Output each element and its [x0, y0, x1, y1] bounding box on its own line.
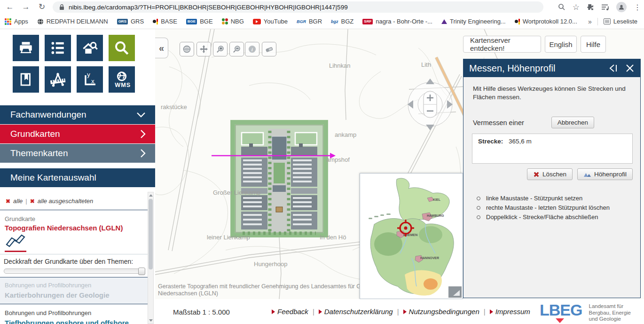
bookmark-label: BASE [161, 18, 177, 25]
place-label: ampshof [326, 156, 350, 163]
opacity-slider[interactable] [4, 269, 145, 274]
close-panel-icon[interactable] [625, 63, 635, 73]
base-layer-legend[interactable] [5, 233, 152, 252]
print-button[interactable] [13, 35, 39, 61]
distance-label: Strecke: [478, 138, 503, 145]
clear-all-icon[interactable]: ✖ [6, 198, 10, 205]
hint-text: linke Maustaste - Stützpunkt setzen [486, 195, 582, 202]
scroll-down-icon[interactable] [149, 319, 153, 322]
bookmark-star-icon[interactable]: ☆ [573, 2, 580, 12]
imprint-link[interactable]: Impressum [490, 308, 530, 316]
bookmark-label: Apps [14, 18, 28, 25]
reload-icon[interactable]: ↻ [36, 1, 48, 13]
filter-all-link[interactable]: alle [13, 198, 23, 205]
erase-tool-button[interactable] [262, 42, 276, 56]
bge-badge-icon: BGE [186, 19, 197, 24]
divider [0, 254, 148, 254]
logo-line: und Geologie [589, 316, 620, 322]
button-label: English [549, 40, 572, 48]
bookmarks-overflow-icon[interactable]: » [588, 18, 592, 25]
divider [597, 18, 598, 25]
bookmark-item[interactable]: GRS GRS [117, 18, 144, 25]
bookmark-item[interactable]: NBG [222, 18, 244, 25]
browser-menu-icon[interactable]: ⋮ [634, 3, 641, 12]
scrollbar-thumb[interactable] [149, 199, 153, 269]
collapse-panel-icon[interactable] [608, 63, 619, 73]
bookmark-tool-button[interactable] [13, 66, 39, 93]
overview-map[interactable]: KIEL HAMBURG BREMEN HANNOVER [360, 173, 463, 299]
lbeg-logo-triangle-icon [556, 318, 564, 323]
sidebar-scrollbar[interactable] [148, 192, 154, 324]
english-button[interactable]: English [545, 36, 577, 53]
svg-text:HAMBURG: HAMBURG [427, 214, 444, 217]
extensions-puzzle-icon[interactable] [587, 3, 594, 11]
reading-list-icon [604, 18, 611, 24]
elevation-profile-button[interactable]: Höhenprofil [577, 168, 633, 180]
bookmark-item[interactable]: Trinity Engineering... [441, 18, 506, 25]
base-layer-title[interactable]: Topografien Niedersachsen (LGLN) [5, 224, 152, 232]
divider: | [25, 198, 27, 205]
coordinates-tool-button[interactable]: y x [77, 66, 103, 93]
filter-all-off-link[interactable]: alle ausgeschalteten [38, 198, 94, 205]
sidebar-collapse-button[interactable]: « [155, 38, 168, 58]
bookmark-item[interactable]: bgz BGZ [331, 18, 353, 25]
place-label: Lith [421, 61, 431, 68]
terms-link[interactable]: Nutzungsbedingungen [403, 308, 479, 316]
chevron-right-icon [140, 129, 146, 139]
button-label: Löschen [542, 171, 566, 178]
reading-list-button[interactable]: Leseliste [604, 18, 637, 25]
menu-grundkarten[interactable]: Grundkarten [0, 125, 155, 143]
bookmark-item[interactable]: YouTube [253, 18, 288, 25]
url-bar[interactable]: nibis.lbeg.de/cardomap3/?TH=PROFIL|BKBOH… [53, 1, 543, 13]
layer-category: Bohrungen und Profilbohrungen [5, 309, 152, 316]
bookmark-item[interactable]: SRF nagra - Bohr-Orte -... [362, 18, 432, 25]
pan-tool-button[interactable] [196, 42, 211, 56]
bookmark-label: BGR [309, 18, 322, 25]
bullet-icon [477, 215, 480, 219]
bookmark-item[interactable]: BGR BGR [297, 18, 322, 25]
bookmark-item[interactable]: BGE BGE [186, 18, 213, 25]
layer-list-button[interactable] [45, 35, 71, 61]
discover-mapserver-button[interactable]: Kartenserver entdecken! [463, 36, 541, 53]
menu-meine-kartenauswahl[interactable]: Meine Kartenauswahl [0, 168, 155, 187]
search-button-active[interactable] [109, 35, 135, 61]
search-icon [113, 40, 130, 56]
info-tool-button[interactable]: i [245, 42, 259, 56]
profile-avatar[interactable] [616, 2, 627, 12]
bookmark-item[interactable]: REDPATH DEILMANN [37, 18, 108, 25]
layer-item-disabled[interactable]: Bohrungen und Profilbohrungen Kartierboh… [0, 277, 148, 304]
divider [0, 210, 148, 210]
hint-item: rechte Maustaste - letzten Stützpunkt lö… [477, 204, 610, 211]
zoom-page-icon[interactable] [558, 3, 565, 11]
privacy-link[interactable]: Datenschutzerklärung [319, 308, 393, 316]
layer-title[interactable]: Tiefbohrungen onshore und offshore [5, 319, 152, 324]
delete-button[interactable]: Löschen [527, 168, 573, 180]
map-pan-control [408, 79, 453, 130]
media-playlist-icon[interactable] [601, 4, 609, 11]
menu-themenkarten[interactable]: Themenkarten [0, 144, 155, 163]
feedback-link[interactable]: Feedback [272, 308, 308, 316]
menu-fachanwendungen[interactable]: Fachanwendungen [0, 105, 155, 124]
apps-shortcut[interactable]: Apps [5, 18, 28, 25]
address-search-button[interactable] [77, 35, 103, 61]
lbeg-logo: LBEG Landesamt für Bergbau, Energie und … [540, 301, 631, 323]
youtube-icon [253, 19, 261, 24]
scroll-up-icon[interactable] [149, 194, 153, 197]
hint-text: rechte Maustaste - letzten Stützpunkt lö… [486, 204, 610, 211]
zoom-out-tool-button[interactable] [229, 42, 244, 56]
divider: | [484, 308, 486, 316]
bookmark-item[interactable]: BASE [153, 18, 177, 25]
forward-icon[interactable]: → [20, 1, 32, 13]
full-extent-button[interactable] [180, 42, 194, 56]
opacity-slider-handle[interactable] [138, 268, 145, 275]
bookmark-item[interactable]: Wortprotokoll 12.0... [515, 18, 577, 25]
cancel-button[interactable]: Abbrechen [551, 117, 594, 128]
sidebar: y x WMS Fachanwendungen Grundkarten Them… [0, 29, 155, 324]
help-button[interactable]: Hilfe [581, 36, 606, 53]
back-icon[interactable]: ← [4, 1, 16, 13]
clear-all-off-icon[interactable]: ✖ [30, 198, 35, 205]
zoom-in-tool-button[interactable] [213, 42, 228, 56]
pan-arrows-icon [199, 45, 208, 54]
wms-tool-button[interactable]: WMS [109, 66, 135, 93]
measure-tool-button[interactable] [45, 66, 71, 93]
